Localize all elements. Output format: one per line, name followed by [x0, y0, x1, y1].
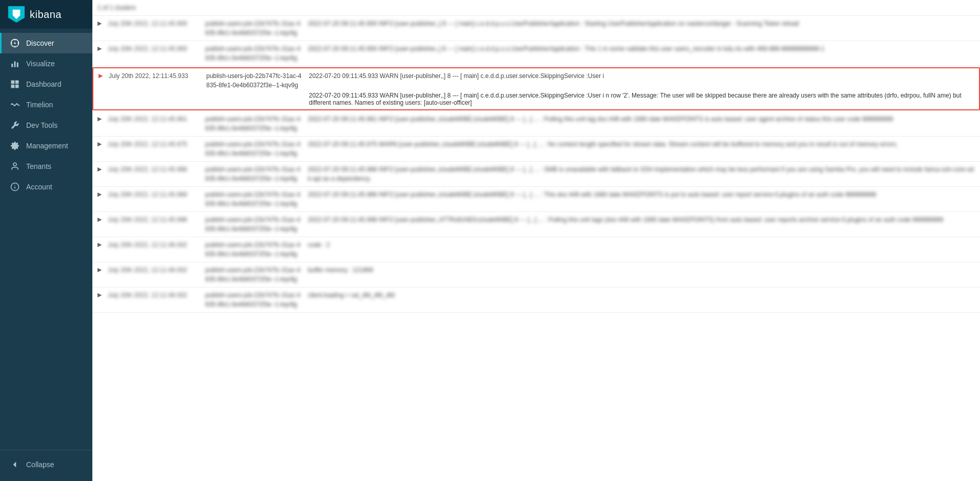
- gear-icon: [10, 141, 20, 151]
- log-timestamp: July 20th 2022, 12:11:45.998: [108, 215, 205, 224]
- log-message: 2022-07-20 09:11:45.961 INFO [user-publi…: [308, 114, 975, 124]
- expand-arrow-icon[interactable]: ▶: [97, 190, 108, 198]
- log-message: code : 2: [308, 240, 975, 249]
- list-item[interactable]: ▶ July 20th 2022, 12:11:45.988 publish-u…: [92, 162, 980, 187]
- main-content: 1 of 1 clusters ▶ July 20th 2022, 12:11:…: [92, 0, 980, 481]
- svg-rect-8: [17, 63, 18, 67]
- log-job-id: publish-users-job-22b747fc-31ac-4835-8fe…: [205, 44, 308, 63]
- kibana-logo-icon: [8, 6, 25, 23]
- log-job-id: publish-users-job-22b747fc-31ac-4835-8fe…: [205, 140, 308, 158]
- expand-arrow-icon[interactable]: ▶: [97, 291, 108, 298]
- sidebar-label-discover: Discover: [26, 39, 54, 47]
- log-job-id: publish-users-job-22b747fc-31ac-4835-8fe…: [205, 19, 308, 37]
- sidebar-label-management: Management: [26, 142, 68, 150]
- sidebar-item-visualize[interactable]: Visualize: [0, 53, 92, 74]
- collapse-button[interactable]: Collapse: [0, 454, 92, 475]
- svg-rect-12: [15, 85, 19, 88]
- log-timestamp: July 20th 2022, 12:11:46.002: [108, 240, 205, 249]
- svg-rect-9: [11, 81, 15, 84]
- log-job-id: publish-users-job-22b747fc-31ac-4835-8fe…: [205, 114, 308, 133]
- sidebar-item-account[interactable]: Account: [0, 177, 92, 197]
- chevron-left-icon: [10, 459, 20, 470]
- log-job-id: publish-users-job-22b747fc-31ac-4835-8fe…: [205, 165, 308, 183]
- person-icon: [10, 161, 20, 171]
- expand-arrow-icon[interactable]: ▶: [97, 215, 108, 223]
- list-item[interactable]: ▶ July 20th 2022, 12:11:46.002 publish-u…: [92, 237, 980, 262]
- log-message-short: 2022-07-20 09:11:45.933 WARN [user-publi…: [309, 71, 974, 81]
- log-timestamp: July 20th 2022, 12:11:45.988: [108, 165, 205, 174]
- sidebar-nav: Discover Visualize Dashboard Timelion: [0, 29, 92, 450]
- log-timestamp: July 20th 2022, 12:11:45.961: [108, 114, 205, 124]
- log-timestamp: July 20th 2022, 12:11:45.900: [108, 19, 205, 28]
- svg-rect-11: [11, 85, 15, 88]
- list-item[interactable]: ▶ July 20th 2022, 12:11:46.002 publish-u…: [92, 262, 980, 287]
- expand-arrow-icon[interactable]: ▶: [97, 165, 108, 172]
- log-job-id: publish-users-job-22b747fc-31ac-4835-8fe…: [205, 215, 308, 234]
- sidebar-label-account: Account: [26, 183, 52, 191]
- expand-arrow-icon[interactable]: ▶: [97, 44, 108, 52]
- list-item[interactable]: ▶ July 20th 2022, 12:11:46.002 publish-u…: [92, 287, 980, 313]
- svg-point-1: [14, 43, 16, 44]
- list-item: 1 of 1 clusters: [92, 0, 980, 16]
- expand-arrow-icon[interactable]: ▶: [97, 140, 108, 147]
- expand-arrow-icon[interactable]: ▶: [97, 114, 108, 122]
- sidebar-item-timelion[interactable]: Timelion: [0, 94, 92, 115]
- log-message: buffer memory : 121868: [308, 265, 975, 275]
- sidebar-item-devtools[interactable]: Dev Tools: [0, 115, 92, 136]
- list-item[interactable]: ▶ July 20th 2022, 12:11:45.998 publish-u…: [92, 212, 980, 237]
- wrench-icon: [10, 120, 20, 130]
- log-message: 2022-07-20 09:11:45.900 INFO [user-publi…: [308, 19, 975, 28]
- sidebar-label-timelion: Timelion: [26, 101, 53, 109]
- log-message: 2022-07-20 09:11:45.975 WARN [user-publi…: [308, 140, 975, 149]
- sidebar-item-tenants[interactable]: Tenants: [0, 156, 92, 177]
- log-table: 1 of 1 clusters ▶ July 20th 2022, 12:11:…: [92, 0, 980, 313]
- log-job-id: publish-users-job-22b747fc-31ac-4835-8fe…: [206, 71, 309, 90]
- sidebar-label-tenants: Tenants: [26, 162, 51, 170]
- collapse-label: Collapse: [26, 460, 54, 469]
- bar-chart-icon: [10, 59, 20, 69]
- log-job-id: publish-users-job-22b747fc-31ac-4835-8fe…: [205, 265, 308, 284]
- list-item[interactable]: ▶ July 20th 2022, 12:11:45.900 publish-u…: [92, 16, 980, 41]
- list-item[interactable]: ▶ July 20th 2022, 12:11:45.961 publish-u…: [92, 111, 980, 137]
- log-timestamp: July 20th 2022, 12:11:45.933: [109, 71, 206, 81]
- expand-arrow-icon[interactable]: ▶: [97, 19, 108, 27]
- svg-rect-10: [15, 81, 19, 84]
- sidebar-label-devtools: Dev Tools: [26, 121, 57, 129]
- sidebar-label-visualize: Visualize: [26, 60, 55, 68]
- list-item[interactable]: ▶ July 20th 2022, 12:11:45.900 publish-u…: [92, 41, 980, 66]
- log-job-id: publish-users-job-22b747fc-31ac-4835-8fe…: [205, 190, 308, 208]
- wave-icon: [10, 100, 20, 110]
- log-job-id: publish-users-job-22b747fc-31ac-4835-8fe…: [205, 240, 308, 259]
- sidebar: kibana Discover Visualize Dashboard: [0, 0, 92, 481]
- sidebar-item-management[interactable]: Management: [0, 136, 92, 156]
- log-timestamp: July 20th 2022, 12:11:46.002: [108, 291, 205, 300]
- grid-icon: [10, 79, 20, 89]
- expand-arrow-icon[interactable]: ▶: [97, 240, 108, 248]
- log-message: 2022-07-20 09:11:45.998 INFO [user-publi…: [308, 215, 975, 224]
- kibana-logo-text: kibana: [30, 9, 62, 21]
- svg-rect-7: [14, 62, 16, 67]
- expand-arrow-icon[interactable]: ▶: [97, 265, 108, 273]
- svg-rect-6: [11, 64, 13, 67]
- log-timestamp: July 20th 2022, 12:11:45.900: [108, 44, 205, 53]
- log-job-id: publish-users-job-22b747fc-31ac-4835-8fe…: [205, 291, 308, 309]
- info-icon: [10, 182, 20, 192]
- log-message: 2022-07-20 09:11:45.900 INFO [user-publi…: [308, 44, 975, 53]
- log-timestamp: July 20th 2022, 12:11:45.975: [108, 140, 205, 149]
- sidebar-logo: kibana: [0, 0, 92, 29]
- svg-point-13: [13, 163, 16, 166]
- sidebar-item-dashboard[interactable]: Dashboard: [0, 74, 92, 94]
- expand-arrow-icon[interactable]: ▶: [99, 71, 109, 79]
- log-timestamp: July 20th 2022, 12:11:45.989: [108, 190, 205, 199]
- log-timestamp: July 20th 2022, 12:11:46.002: [108, 265, 205, 275]
- compass-icon: [10, 38, 20, 48]
- sidebar-label-dashboard: Dashboard: [26, 80, 62, 88]
- list-item-highlighted[interactable]: ▶ July 20th 2022, 12:11:45.933 publish-u…: [92, 67, 980, 110]
- log-message: 2022-07-20 09:11:45.989 INFO [user-publi…: [308, 190, 975, 199]
- log-message: 2022-07-20 09:11:45.988 INFO [user-publi…: [308, 165, 975, 183]
- list-item[interactable]: ▶ July 20th 2022, 12:11:45.989 publish-u…: [92, 187, 980, 212]
- list-item[interactable]: ▶ July 20th 2022, 12:11:45.975 publish-u…: [92, 137, 980, 162]
- log-message-expanded: 2022-07-20 09:11:45.933 WARN [user-publi…: [309, 92, 969, 106]
- sidebar-item-discover[interactable]: Discover: [0, 33, 92, 53]
- sidebar-bottom: Collapse: [0, 450, 92, 481]
